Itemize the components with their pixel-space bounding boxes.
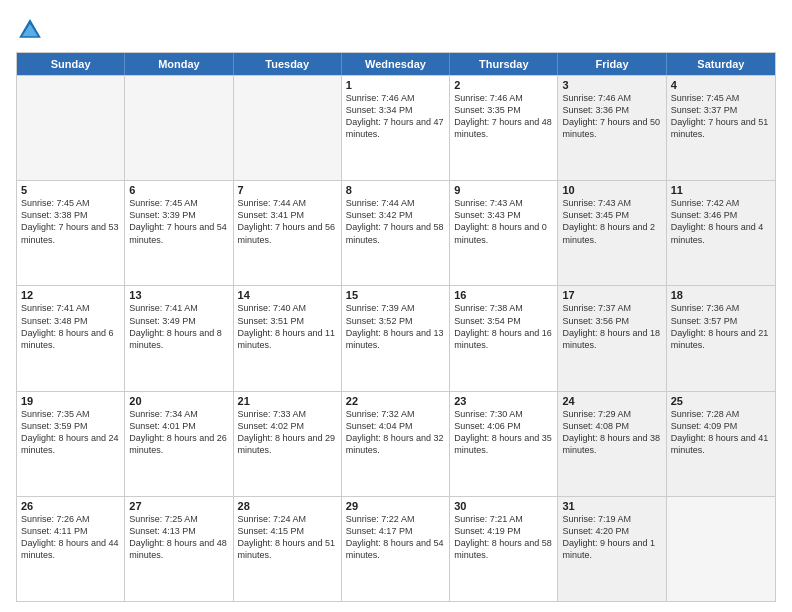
calendar-day-29: 29Sunrise: 7:22 AM Sunset: 4:17 PM Dayli… (342, 497, 450, 601)
cell-info: Sunrise: 7:41 AM Sunset: 3:49 PM Dayligh… (129, 302, 228, 351)
day-number: 10 (562, 184, 661, 196)
calendar-day-11: 11Sunrise: 7:42 AM Sunset: 3:46 PM Dayli… (667, 181, 775, 285)
day-number: 16 (454, 289, 553, 301)
weekday-header-thursday: Thursday (450, 53, 558, 75)
day-number: 15 (346, 289, 445, 301)
day-number: 26 (21, 500, 120, 512)
calendar-day-31: 31Sunrise: 7:19 AM Sunset: 4:20 PM Dayli… (558, 497, 666, 601)
calendar-day-17: 17Sunrise: 7:37 AM Sunset: 3:56 PM Dayli… (558, 286, 666, 390)
day-number: 22 (346, 395, 445, 407)
calendar-day-7: 7Sunrise: 7:44 AM Sunset: 3:41 PM Daylig… (234, 181, 342, 285)
page: SundayMondayTuesdayWednesdayThursdayFrid… (0, 0, 792, 612)
cell-info: Sunrise: 7:21 AM Sunset: 4:19 PM Dayligh… (454, 513, 553, 562)
calendar-day-16: 16Sunrise: 7:38 AM Sunset: 3:54 PM Dayli… (450, 286, 558, 390)
cell-info: Sunrise: 7:40 AM Sunset: 3:51 PM Dayligh… (238, 302, 337, 351)
calendar-day-28: 28Sunrise: 7:24 AM Sunset: 4:15 PM Dayli… (234, 497, 342, 601)
calendar-day-25: 25Sunrise: 7:28 AM Sunset: 4:09 PM Dayli… (667, 392, 775, 496)
calendar-day-30: 30Sunrise: 7:21 AM Sunset: 4:19 PM Dayli… (450, 497, 558, 601)
cell-info: Sunrise: 7:41 AM Sunset: 3:48 PM Dayligh… (21, 302, 120, 351)
calendar-day-26: 26Sunrise: 7:26 AM Sunset: 4:11 PM Dayli… (17, 497, 125, 601)
calendar-day-24: 24Sunrise: 7:29 AM Sunset: 4:08 PM Dayli… (558, 392, 666, 496)
calendar-row-2: 5Sunrise: 7:45 AM Sunset: 3:38 PM Daylig… (17, 180, 775, 285)
cell-info: Sunrise: 7:44 AM Sunset: 3:42 PM Dayligh… (346, 197, 445, 246)
day-number: 25 (671, 395, 771, 407)
cell-info: Sunrise: 7:42 AM Sunset: 3:46 PM Dayligh… (671, 197, 771, 246)
day-number: 23 (454, 395, 553, 407)
calendar-day-8: 8Sunrise: 7:44 AM Sunset: 3:42 PM Daylig… (342, 181, 450, 285)
calendar-header: SundayMondayTuesdayWednesdayThursdayFrid… (17, 53, 775, 75)
day-number: 1 (346, 79, 445, 91)
day-number: 12 (21, 289, 120, 301)
day-number: 9 (454, 184, 553, 196)
day-number: 19 (21, 395, 120, 407)
cell-info: Sunrise: 7:37 AM Sunset: 3:56 PM Dayligh… (562, 302, 661, 351)
day-number: 5 (21, 184, 120, 196)
calendar-day-18: 18Sunrise: 7:36 AM Sunset: 3:57 PM Dayli… (667, 286, 775, 390)
day-number: 18 (671, 289, 771, 301)
weekday-header-monday: Monday (125, 53, 233, 75)
cell-info: Sunrise: 7:25 AM Sunset: 4:13 PM Dayligh… (129, 513, 228, 562)
cell-info: Sunrise: 7:44 AM Sunset: 3:41 PM Dayligh… (238, 197, 337, 246)
header (16, 16, 776, 44)
calendar-day-13: 13Sunrise: 7:41 AM Sunset: 3:49 PM Dayli… (125, 286, 233, 390)
calendar-day-19: 19Sunrise: 7:35 AM Sunset: 3:59 PM Dayli… (17, 392, 125, 496)
logo (16, 16, 48, 44)
calendar-day-9: 9Sunrise: 7:43 AM Sunset: 3:43 PM Daylig… (450, 181, 558, 285)
cell-info: Sunrise: 7:38 AM Sunset: 3:54 PM Dayligh… (454, 302, 553, 351)
day-number: 7 (238, 184, 337, 196)
cell-info: Sunrise: 7:32 AM Sunset: 4:04 PM Dayligh… (346, 408, 445, 457)
day-number: 24 (562, 395, 661, 407)
day-number: 20 (129, 395, 228, 407)
cell-info: Sunrise: 7:45 AM Sunset: 3:37 PM Dayligh… (671, 92, 771, 141)
calendar-day-21: 21Sunrise: 7:33 AM Sunset: 4:02 PM Dayli… (234, 392, 342, 496)
weekday-header-sunday: Sunday (17, 53, 125, 75)
weekday-header-wednesday: Wednesday (342, 53, 450, 75)
cell-info: Sunrise: 7:46 AM Sunset: 3:35 PM Dayligh… (454, 92, 553, 141)
cell-info: Sunrise: 7:24 AM Sunset: 4:15 PM Dayligh… (238, 513, 337, 562)
day-number: 6 (129, 184, 228, 196)
calendar-row-1: 1Sunrise: 7:46 AM Sunset: 3:34 PM Daylig… (17, 75, 775, 180)
day-number: 11 (671, 184, 771, 196)
cell-info: Sunrise: 7:45 AM Sunset: 3:38 PM Dayligh… (21, 197, 120, 246)
calendar-day-14: 14Sunrise: 7:40 AM Sunset: 3:51 PM Dayli… (234, 286, 342, 390)
calendar-day-27: 27Sunrise: 7:25 AM Sunset: 4:13 PM Dayli… (125, 497, 233, 601)
calendar-day-23: 23Sunrise: 7:30 AM Sunset: 4:06 PM Dayli… (450, 392, 558, 496)
calendar-day-5: 5Sunrise: 7:45 AM Sunset: 3:38 PM Daylig… (17, 181, 125, 285)
day-number: 17 (562, 289, 661, 301)
calendar-empty-cell (667, 497, 775, 601)
calendar-day-4: 4Sunrise: 7:45 AM Sunset: 3:37 PM Daylig… (667, 76, 775, 180)
calendar-day-2: 2Sunrise: 7:46 AM Sunset: 3:35 PM Daylig… (450, 76, 558, 180)
calendar-body: 1Sunrise: 7:46 AM Sunset: 3:34 PM Daylig… (17, 75, 775, 601)
day-number: 2 (454, 79, 553, 91)
calendar-day-3: 3Sunrise: 7:46 AM Sunset: 3:36 PM Daylig… (558, 76, 666, 180)
cell-info: Sunrise: 7:43 AM Sunset: 3:43 PM Dayligh… (454, 197, 553, 246)
calendar-row-4: 19Sunrise: 7:35 AM Sunset: 3:59 PM Dayli… (17, 391, 775, 496)
cell-info: Sunrise: 7:34 AM Sunset: 4:01 PM Dayligh… (129, 408, 228, 457)
cell-info: Sunrise: 7:22 AM Sunset: 4:17 PM Dayligh… (346, 513, 445, 562)
calendar: SundayMondayTuesdayWednesdayThursdayFrid… (16, 52, 776, 602)
day-number: 8 (346, 184, 445, 196)
cell-info: Sunrise: 7:46 AM Sunset: 3:36 PM Dayligh… (562, 92, 661, 141)
calendar-day-15: 15Sunrise: 7:39 AM Sunset: 3:52 PM Dayli… (342, 286, 450, 390)
day-number: 27 (129, 500, 228, 512)
calendar-day-12: 12Sunrise: 7:41 AM Sunset: 3:48 PM Dayli… (17, 286, 125, 390)
day-number: 14 (238, 289, 337, 301)
calendar-empty-cell (17, 76, 125, 180)
calendar-day-6: 6Sunrise: 7:45 AM Sunset: 3:39 PM Daylig… (125, 181, 233, 285)
cell-info: Sunrise: 7:46 AM Sunset: 3:34 PM Dayligh… (346, 92, 445, 141)
day-number: 21 (238, 395, 337, 407)
calendar-day-10: 10Sunrise: 7:43 AM Sunset: 3:45 PM Dayli… (558, 181, 666, 285)
cell-info: Sunrise: 7:33 AM Sunset: 4:02 PM Dayligh… (238, 408, 337, 457)
cell-info: Sunrise: 7:30 AM Sunset: 4:06 PM Dayligh… (454, 408, 553, 457)
day-number: 30 (454, 500, 553, 512)
day-number: 29 (346, 500, 445, 512)
calendar-empty-cell (234, 76, 342, 180)
calendar-day-22: 22Sunrise: 7:32 AM Sunset: 4:04 PM Dayli… (342, 392, 450, 496)
day-number: 4 (671, 79, 771, 91)
cell-info: Sunrise: 7:35 AM Sunset: 3:59 PM Dayligh… (21, 408, 120, 457)
day-number: 28 (238, 500, 337, 512)
cell-info: Sunrise: 7:28 AM Sunset: 4:09 PM Dayligh… (671, 408, 771, 457)
logo-icon (16, 16, 44, 44)
cell-info: Sunrise: 7:39 AM Sunset: 3:52 PM Dayligh… (346, 302, 445, 351)
calendar-day-1: 1Sunrise: 7:46 AM Sunset: 3:34 PM Daylig… (342, 76, 450, 180)
